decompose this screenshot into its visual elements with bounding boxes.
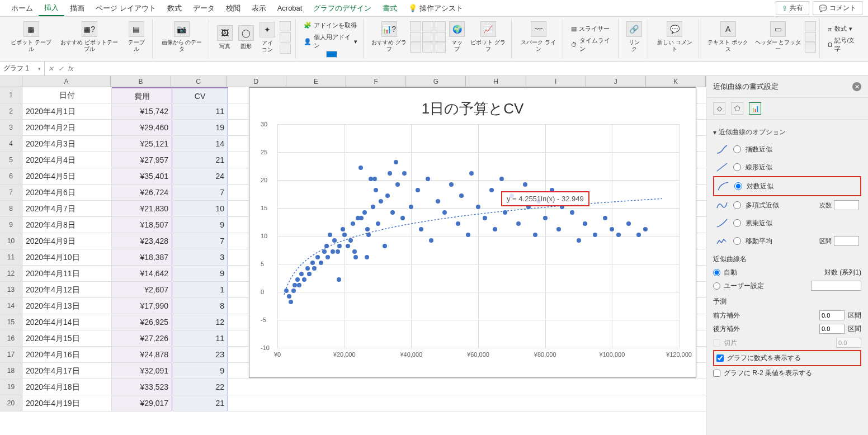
column-chart-icon[interactable] (410, 21, 421, 31)
pie-chart-icon[interactable] (410, 42, 421, 53)
combo-chart-icon[interactable] (435, 42, 446, 53)
trend-option-exponential[interactable]: 指数近似 (713, 140, 861, 158)
forecast-forward-input[interactable] (819, 310, 845, 320)
sparklines-button[interactable]: 〰スパーク ライン (517, 20, 559, 54)
get-addins-button[interactable]: 🧩 アドインを取得 (301, 20, 360, 31)
cell[interactable]: CV (172, 87, 228, 103)
cell[interactable]: ¥27,957 (112, 152, 172, 168)
pane-tab-fill-icon[interactable]: ◇ (713, 102, 725, 115)
tab-review[interactable]: 校閲 (220, 1, 246, 16)
col-header-C[interactable]: C (171, 76, 227, 87)
cell[interactable]: 2020年4月10日 (22, 249, 112, 265)
cell[interactable]: ¥18,387 (112, 249, 172, 265)
treemap-chart-icon[interactable] (422, 42, 433, 53)
tab-view[interactable]: 表示 (246, 1, 272, 16)
scatter-chart-icon[interactable] (422, 32, 433, 42)
cell[interactable]: ¥25,121 (112, 136, 172, 152)
row-header[interactable]: 14 (0, 298, 22, 314)
cell[interactable]: 14 (172, 136, 228, 152)
new-comment-button[interactable]: 💬新しい コメント (654, 20, 695, 54)
cell[interactable]: ¥21,830 (112, 201, 172, 216)
trend-radio-exponential[interactable] (733, 145, 741, 153)
trendline-options-header[interactable]: ▾ 近似曲線のオプション (713, 124, 861, 140)
col-header-I[interactable]: I (526, 76, 586, 87)
name-custom-radio[interactable] (713, 282, 720, 290)
tab-home[interactable]: ホーム (6, 1, 39, 16)
row-header[interactable]: 20 (0, 395, 22, 411)
smartart-button[interactable] (280, 32, 291, 42)
link-button[interactable]: 🔗リンク (624, 20, 644, 54)
cell[interactable]: 2020年4月8日 (22, 217, 112, 233)
row-header[interactable]: 9 (0, 217, 22, 233)
cell[interactable]: 2020年4月19日 (22, 395, 112, 411)
trend-option-logarithmic[interactable]: 対数近似 (713, 176, 861, 196)
col-header-B[interactable]: B (111, 76, 171, 87)
name-auto-radio[interactable] (713, 269, 720, 276)
cell[interactable]: ¥18,507 (112, 217, 172, 233)
tab-chart-design[interactable]: グラフのデザイン (308, 1, 377, 16)
cell[interactable]: 9 (172, 217, 228, 233)
tab-data[interactable]: データ (187, 1, 220, 16)
tab-formulas[interactable]: 数式 (162, 1, 187, 16)
row-header[interactable]: 17 (0, 347, 22, 362)
slicer-button[interactable]: ▤ スライサー (569, 23, 615, 34)
trend-option-power[interactable]: 累乗近似 (713, 214, 861, 232)
tab-insert[interactable]: 挿入 (39, 1, 64, 16)
cell[interactable]: 2020年4月11日 (22, 266, 112, 281)
comments-button[interactable]: 💬 コメント (813, 1, 862, 15)
row-header[interactable]: 13 (0, 282, 22, 297)
show-equation-checkbox[interactable] (716, 354, 724, 362)
equation-button[interactable]: π 数式 ▾ (825, 23, 860, 34)
forecast-backward-input[interactable] (819, 324, 845, 334)
trend-option-linear[interactable]: 線形近似 (713, 158, 861, 176)
mavg-period-input[interactable] (834, 236, 859, 246)
cell[interactable]: ¥33,523 (112, 379, 172, 395)
cell[interactable]: 2020年4月18日 (22, 379, 112, 395)
col-header-J[interactable]: J (586, 76, 646, 87)
row-header[interactable]: 10 (0, 233, 22, 249)
poly-degree-input[interactable] (834, 200, 859, 210)
wordart-button[interactable] (805, 21, 816, 31)
row-header[interactable]: 3 (0, 120, 22, 135)
cell[interactable]: 7 (172, 233, 228, 249)
bing-maps-addin[interactable] (326, 51, 337, 58)
cell[interactable]: 19 (172, 120, 228, 135)
cell[interactable]: 2020年4月9日 (22, 233, 112, 249)
cell[interactable]: ¥27,226 (112, 330, 172, 346)
table-button[interactable]: ▤テーブル (124, 20, 149, 54)
col-header-G[interactable]: G (406, 76, 466, 87)
col-header-E[interactable]: E (286, 76, 346, 87)
col-header-D[interactable]: D (227, 76, 286, 87)
cell[interactable]: 2020年4月14日 (22, 314, 112, 330)
tab-acrobat[interactable]: Acrobat (272, 2, 308, 15)
cell[interactable]: ¥17,990 (112, 298, 172, 314)
trendline-equation-label[interactable]: y = 4.2551ln(x) - 32.949 (501, 191, 589, 206)
cell[interactable]: 2020年4月13日 (22, 298, 112, 314)
row-header[interactable]: 8 (0, 201, 22, 216)
other-chart-icon[interactable] (435, 32, 446, 42)
cell[interactable]: 2020年4月7日 (22, 201, 112, 216)
cell[interactable]: 23 (172, 347, 228, 362)
cell[interactable]: 11 (172, 330, 228, 346)
pane-tab-effects-icon[interactable]: ⬠ (731, 102, 743, 115)
cell[interactable]: 24 (172, 168, 228, 184)
cell[interactable]: ¥29,017 (112, 395, 172, 411)
cell[interactable]: ¥26,925 (112, 314, 172, 330)
cell[interactable]: 2020年4月16日 (22, 347, 112, 362)
icons-button[interactable]: ✦アイコン (257, 21, 277, 54)
tell-me[interactable]: 💡 操作アシスト (403, 1, 469, 16)
cell[interactable]: 21 (172, 152, 228, 168)
cell[interactable]: ¥2,607 (112, 282, 172, 297)
cell[interactable]: 22 (172, 379, 228, 395)
recommended-charts-button[interactable]: 📊?おすすめ グラフ (369, 20, 409, 54)
trend-option-polynomial[interactable]: 多項式近似 次数 (713, 196, 861, 214)
cell[interactable]: 9 (172, 363, 228, 379)
signature-button[interactable] (805, 32, 816, 42)
col-header-F[interactable]: F (346, 76, 406, 87)
recommended-pivot-button[interactable]: ▦?おすすめ ピボットテーブル (56, 20, 123, 54)
cell[interactable]: 2020年4月3日 (22, 136, 112, 152)
col-header-H[interactable]: H (466, 76, 526, 87)
tab-page-layout[interactable]: ページ レイアウト (90, 1, 162, 16)
row-header[interactable]: 7 (0, 185, 22, 200)
cell[interactable]: 2020年4月1日 (22, 103, 112, 119)
